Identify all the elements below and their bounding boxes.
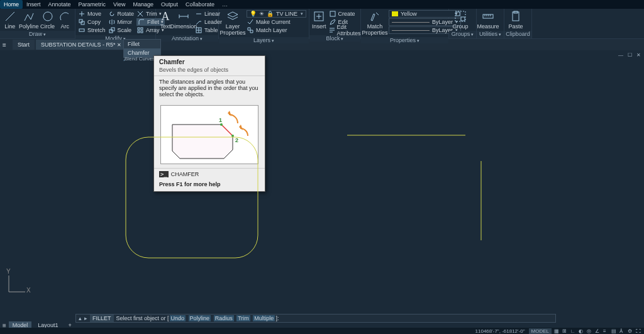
- annotation-scale-icon[interactable]: Å: [619, 328, 625, 334]
- polyline-tool[interactable]: Polyline: [20, 10, 38, 30]
- color-swatch: [392, 11, 398, 16]
- make-current-tool[interactable]: Make Current: [247, 18, 291, 26]
- table-tool[interactable]: Table: [195, 26, 222, 34]
- dimension-icon: [177, 10, 191, 23]
- arc-tool[interactable]: Arc: [57, 10, 72, 30]
- dimension-tool[interactable]: Dimension: [175, 10, 192, 30]
- leader-tool[interactable]: Leader: [195, 18, 222, 26]
- menu-overflow[interactable]: …: [218, 0, 231, 9]
- svg-point-0: [43, 12, 52, 21]
- ribbon: Line Polyline Circle Arc Draw Move Copy …: [0, 9, 644, 39]
- polyline-icon: [22, 10, 36, 23]
- measure-button[interactable]: Measure: [479, 10, 497, 30]
- move-tool[interactable]: Move: [78, 10, 106, 18]
- layer-properties-button[interactable]: Layer Properties: [221, 10, 244, 36]
- panel-title-groups[interactable]: Groups: [449, 31, 476, 38]
- copy-tool[interactable]: Copy: [78, 18, 106, 26]
- block-create[interactable]: Create: [329, 10, 362, 18]
- close-tab-icon[interactable]: ✕: [117, 42, 121, 48]
- circle-tool[interactable]: Circle: [40, 10, 55, 30]
- osnap-toggle-icon[interactable]: ◎: [587, 328, 592, 334]
- move-icon: [78, 10, 86, 18]
- cmd-opt-trim[interactable]: Trim: [236, 315, 250, 321]
- cmd-prompt-icon: ▸: [84, 315, 87, 321]
- match-properties-button[interactable]: Match Properties: [364, 10, 386, 36]
- drawing-window-controls: — ☐ ✕: [618, 52, 641, 58]
- mirror-tool[interactable]: Mirror: [108, 18, 135, 26]
- layer-dropdown[interactable]: 💡☀🔒TV LINE▾: [247, 10, 306, 18]
- arc-icon: [58, 10, 72, 23]
- line-tool[interactable]: Line: [3, 10, 18, 30]
- panel-title-properties[interactable]: Properties: [361, 37, 448, 43]
- doc-tab-start[interactable]: Start: [13, 40, 35, 50]
- mirror-icon: [108, 18, 116, 26]
- clean-screen-icon[interactable]: ⛶: [636, 328, 641, 334]
- ortho-toggle-icon[interactable]: ∟: [570, 328, 576, 334]
- svg-rect-6: [138, 28, 140, 30]
- panel-title-block[interactable]: Block: [309, 35, 360, 42]
- app-menu-icon[interactable]: ≡: [3, 42, 11, 48]
- cmd-history-icon[interactable]: ▴: [79, 315, 82, 321]
- menu-manage[interactable]: Manage: [129, 0, 157, 9]
- svg-rect-13: [456, 12, 460, 16]
- svg-rect-12: [330, 11, 335, 16]
- otrack-toggle-icon[interactable]: ∠: [595, 328, 601, 334]
- stretch-tool[interactable]: Stretch: [78, 26, 106, 34]
- cmd-opt-radius[interactable]: Radius: [214, 315, 234, 321]
- cmd-opt-multiple[interactable]: Multiple: [253, 315, 275, 321]
- menu-view[interactable]: View: [109, 0, 129, 9]
- panel-title-layers[interactable]: Layers: [219, 37, 309, 43]
- svg-rect-8: [138, 31, 140, 33]
- command-prompt-text: Select first object or [Undo Polyline Ra…: [116, 315, 279, 321]
- status-model-badge[interactable]: MODEL: [529, 328, 552, 334]
- status-bar: 110468'-7", -61812'-0" MODEL ▦ ⊞ ∟ ◐ ◎ ∠…: [0, 328, 644, 334]
- maximize-icon[interactable]: ☐: [626, 52, 633, 58]
- menu-output[interactable]: Output: [157, 0, 182, 9]
- line-label: Line: [4, 23, 15, 30]
- lineweight-toggle-icon[interactable]: ≡: [603, 328, 609, 334]
- doc-tab-file[interactable]: SUBSTATION DETAILS - R5* ✕: [36, 40, 126, 50]
- linear-dim-tool[interactable]: Linear: [195, 10, 222, 18]
- close-icon[interactable]: ✕: [635, 52, 641, 58]
- polar-toggle-icon[interactable]: ◐: [579, 328, 584, 334]
- snap-toggle-icon[interactable]: ⊞: [562, 328, 568, 334]
- block-edit-attributes[interactable]: Edit Attributes: [329, 26, 362, 34]
- workspace-icon[interactable]: ⚙: [628, 328, 633, 334]
- svg-rect-16: [483, 14, 493, 18]
- match-layer-icon: [247, 26, 254, 34]
- axis-x-label: X: [26, 287, 31, 294]
- rotate-tool[interactable]: Rotate: [108, 10, 135, 18]
- drawing-canvas[interactable]: Y X: [0, 50, 644, 313]
- command-line[interactable]: ▴ ▸ FILLET Select first object or [Undo …: [75, 314, 556, 323]
- layers-icon: [226, 10, 240, 23]
- minimize-icon[interactable]: —: [618, 52, 624, 58]
- menu-parametric[interactable]: Parametric: [75, 0, 110, 9]
- svg-rect-3: [79, 29, 84, 31]
- scale-tool[interactable]: Scale: [108, 26, 135, 34]
- insert-block-button[interactable]: Insert: [312, 10, 326, 30]
- svg-rect-15: [455, 11, 465, 21]
- menu-bar: Home Insert Annotate Parametric View Man…: [0, 0, 644, 9]
- group-button[interactable]: Group: [452, 10, 469, 30]
- transparency-toggle-icon[interactable]: ▤: [611, 328, 617, 334]
- lock-icon: 🔒: [267, 11, 274, 17]
- menu-insert[interactable]: Insert: [23, 0, 45, 9]
- flyout-fillet[interactable]: Fillet: [124, 40, 160, 48]
- text-icon: A: [158, 10, 172, 23]
- scale-icon: [108, 26, 116, 34]
- cmd-opt-polyline[interactable]: Polyline: [189, 315, 211, 321]
- menu-collaborate[interactable]: Collaborate: [182, 0, 218, 9]
- menu-annotate[interactable]: Annotate: [45, 0, 75, 9]
- panel-title-draw[interactable]: Draw: [0, 31, 75, 38]
- match-layer-tool[interactable]: Match Layer: [247, 26, 291, 34]
- lightbulb-icon: 💡: [250, 11, 257, 17]
- cmd-opt-undo[interactable]: Undo: [170, 315, 186, 321]
- grid-toggle-icon[interactable]: ▦: [554, 328, 560, 334]
- panel-title-annotation[interactable]: Annotation: [156, 35, 218, 42]
- group-icon: [453, 10, 467, 23]
- panel-title-utilities[interactable]: Utilities: [477, 31, 504, 38]
- line-icon: [3, 10, 17, 23]
- paste-button[interactable]: Paste: [507, 10, 525, 30]
- menu-home[interactable]: Home: [0, 0, 23, 9]
- create-icon: [329, 10, 336, 18]
